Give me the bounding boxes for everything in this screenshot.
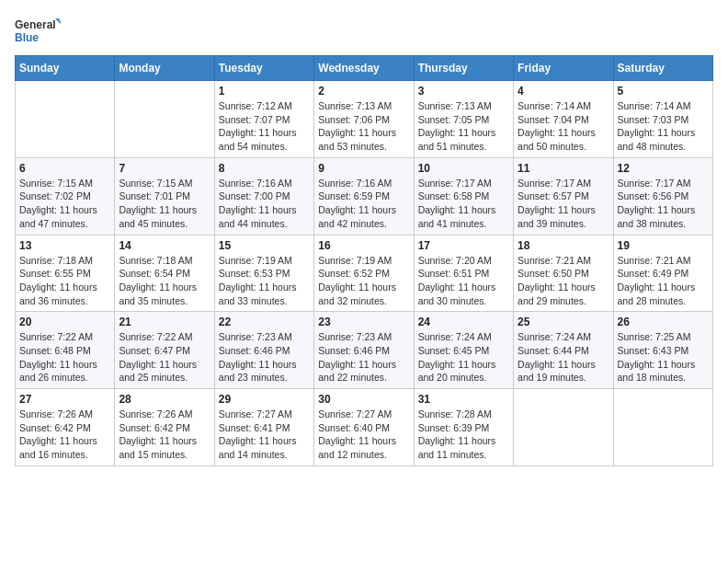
calendar-cell: 26Sunrise: 7:25 AM Sunset: 6:43 PM Dayli… — [613, 312, 712, 389]
day-number: 20 — [19, 316, 110, 328]
calendar-cell — [514, 389, 613, 466]
page-header: General Blue — [15, 15, 713, 48]
day-number: 19 — [618, 239, 709, 252]
calendar-cell — [613, 389, 712, 466]
calendar-cell: 27Sunrise: 7:26 AM Sunset: 6:42 PM Dayli… — [16, 389, 115, 466]
calendar-cell: 21Sunrise: 7:22 AM Sunset: 6:47 PM Dayli… — [115, 312, 214, 389]
day-number: 10 — [418, 162, 509, 175]
day-number: 16 — [318, 239, 409, 252]
calendar-week-row: 13Sunrise: 7:18 AM Sunset: 6:55 PM Dayli… — [16, 235, 713, 312]
calendar-cell: 24Sunrise: 7:24 AM Sunset: 6:45 PM Dayli… — [414, 312, 513, 389]
day-info: Sunrise: 7:14 AM Sunset: 7:04 PM Dayligh… — [518, 99, 609, 154]
weekday-header: Tuesday — [214, 56, 313, 81]
calendar-week-row: 27Sunrise: 7:26 AM Sunset: 6:42 PM Dayli… — [16, 389, 713, 466]
calendar-body: 1Sunrise: 7:12 AM Sunset: 7:07 PM Daylig… — [16, 81, 713, 466]
day-info: Sunrise: 7:16 AM Sunset: 7:00 PM Dayligh… — [219, 177, 310, 231]
calendar-cell: 5Sunrise: 7:14 AM Sunset: 7:03 PM Daylig… — [613, 81, 712, 158]
day-info: Sunrise: 7:17 AM Sunset: 6:56 PM Dayligh… — [618, 177, 709, 231]
calendar-cell: 14Sunrise: 7:18 AM Sunset: 6:54 PM Dayli… — [115, 235, 214, 312]
day-info: Sunrise: 7:23 AM Sunset: 6:46 PM Dayligh… — [318, 330, 409, 385]
day-info: Sunrise: 7:16 AM Sunset: 6:59 PM Dayligh… — [318, 177, 409, 231]
calendar-cell: 25Sunrise: 7:24 AM Sunset: 6:44 PM Dayli… — [514, 312, 613, 389]
day-info: Sunrise: 7:22 AM Sunset: 6:47 PM Dayligh… — [119, 330, 210, 385]
day-info: Sunrise: 7:18 AM Sunset: 6:55 PM Dayligh… — [19, 254, 110, 308]
day-number: 9 — [318, 162, 409, 175]
day-number: 13 — [19, 239, 110, 252]
weekday-header: Sunday — [16, 56, 115, 81]
day-number: 18 — [518, 239, 609, 252]
calendar-cell: 10Sunrise: 7:17 AM Sunset: 6:58 PM Dayli… — [414, 157, 513, 235]
calendar-cell: 4Sunrise: 7:14 AM Sunset: 7:04 PM Daylig… — [514, 81, 613, 158]
calendar-cell: 18Sunrise: 7:21 AM Sunset: 6:50 PM Dayli… — [514, 235, 613, 312]
day-info: Sunrise: 7:21 AM Sunset: 6:50 PM Dayligh… — [518, 254, 609, 308]
weekday-header: Thursday — [414, 56, 513, 81]
day-number: 22 — [219, 316, 310, 328]
day-number: 28 — [119, 393, 210, 406]
day-info: Sunrise: 7:23 AM Sunset: 6:46 PM Dayligh… — [219, 330, 310, 385]
day-number: 8 — [219, 162, 310, 175]
calendar-cell: 6Sunrise: 7:15 AM Sunset: 7:02 PM Daylig… — [16, 157, 115, 235]
day-info: Sunrise: 7:24 AM Sunset: 6:45 PM Dayligh… — [418, 330, 509, 385]
day-info: Sunrise: 7:17 AM Sunset: 6:57 PM Dayligh… — [518, 177, 609, 231]
day-info: Sunrise: 7:19 AM Sunset: 6:53 PM Dayligh… — [219, 254, 310, 308]
calendar-week-row: 1Sunrise: 7:12 AM Sunset: 7:07 PM Daylig… — [16, 81, 713, 158]
calendar-cell: 12Sunrise: 7:17 AM Sunset: 6:56 PM Dayli… — [613, 157, 712, 235]
day-number: 7 — [119, 162, 210, 175]
calendar-cell: 9Sunrise: 7:16 AM Sunset: 6:59 PM Daylig… — [314, 157, 414, 235]
calendar-cell: 16Sunrise: 7:19 AM Sunset: 6:52 PM Dayli… — [314, 235, 414, 312]
day-number: 17 — [418, 239, 509, 252]
logo: General Blue — [15, 15, 61, 48]
day-number: 31 — [418, 393, 509, 406]
calendar-cell: 23Sunrise: 7:23 AM Sunset: 6:46 PM Dayli… — [314, 312, 414, 389]
calendar-cell: 28Sunrise: 7:26 AM Sunset: 6:42 PM Dayli… — [115, 389, 214, 466]
day-info: Sunrise: 7:14 AM Sunset: 7:03 PM Dayligh… — [618, 99, 709, 154]
day-number: 27 — [19, 393, 110, 406]
calendar-cell — [115, 81, 214, 158]
day-number: 30 — [318, 393, 409, 406]
calendar-cell: 13Sunrise: 7:18 AM Sunset: 6:55 PM Dayli… — [16, 235, 115, 312]
day-info: Sunrise: 7:25 AM Sunset: 6:43 PM Dayligh… — [618, 330, 709, 385]
day-info: Sunrise: 7:19 AM Sunset: 6:52 PM Dayligh… — [318, 254, 409, 308]
calendar-cell: 2Sunrise: 7:13 AM Sunset: 7:06 PM Daylig… — [314, 81, 414, 158]
calendar-cell: 8Sunrise: 7:16 AM Sunset: 7:00 PM Daylig… — [214, 157, 313, 235]
day-info: Sunrise: 7:24 AM Sunset: 6:44 PM Dayligh… — [518, 330, 609, 385]
day-info: Sunrise: 7:13 AM Sunset: 7:05 PM Dayligh… — [418, 99, 509, 154]
day-info: Sunrise: 7:15 AM Sunset: 7:01 PM Dayligh… — [119, 177, 210, 231]
calendar-cell — [16, 81, 115, 158]
day-number: 2 — [318, 85, 409, 98]
day-number: 11 — [518, 162, 609, 175]
day-number: 14 — [119, 239, 210, 252]
day-number: 12 — [618, 162, 709, 175]
calendar-cell: 17Sunrise: 7:20 AM Sunset: 6:51 PM Dayli… — [414, 235, 513, 312]
weekday-header: Wednesday — [314, 56, 414, 81]
day-info: Sunrise: 7:17 AM Sunset: 6:58 PM Dayligh… — [418, 177, 509, 231]
calendar-cell: 20Sunrise: 7:22 AM Sunset: 6:48 PM Dayli… — [16, 312, 115, 389]
calendar-cell: 19Sunrise: 7:21 AM Sunset: 6:49 PM Dayli… — [613, 235, 712, 312]
day-number: 29 — [219, 393, 310, 406]
calendar-cell: 29Sunrise: 7:27 AM Sunset: 6:41 PM Dayli… — [214, 389, 313, 466]
calendar-week-row: 6Sunrise: 7:15 AM Sunset: 7:02 PM Daylig… — [16, 157, 713, 235]
calendar-cell: 15Sunrise: 7:19 AM Sunset: 6:53 PM Dayli… — [214, 235, 313, 312]
calendar-cell: 11Sunrise: 7:17 AM Sunset: 6:57 PM Dayli… — [514, 157, 613, 235]
day-info: Sunrise: 7:27 AM Sunset: 6:40 PM Dayligh… — [318, 408, 409, 462]
day-info: Sunrise: 7:21 AM Sunset: 6:49 PM Dayligh… — [618, 254, 709, 308]
day-info: Sunrise: 7:12 AM Sunset: 7:07 PM Dayligh… — [219, 99, 310, 154]
day-info: Sunrise: 7:18 AM Sunset: 6:54 PM Dayligh… — [119, 254, 210, 308]
day-number: 3 — [418, 85, 509, 98]
day-info: Sunrise: 7:26 AM Sunset: 6:42 PM Dayligh… — [119, 408, 210, 462]
calendar-week-row: 20Sunrise: 7:22 AM Sunset: 6:48 PM Dayli… — [16, 312, 713, 389]
day-info: Sunrise: 7:28 AM Sunset: 6:39 PM Dayligh… — [418, 408, 509, 462]
calendar-cell: 3Sunrise: 7:13 AM Sunset: 7:05 PM Daylig… — [414, 81, 513, 158]
day-number: 15 — [219, 239, 310, 252]
day-number: 25 — [518, 316, 609, 328]
weekday-header: Monday — [115, 56, 214, 81]
svg-marker-2 — [55, 18, 61, 26]
day-info: Sunrise: 7:13 AM Sunset: 7:06 PM Dayligh… — [318, 99, 409, 154]
day-number: 21 — [119, 316, 210, 328]
day-number: 4 — [518, 85, 609, 98]
weekday-row: SundayMondayTuesdayWednesdayThursdayFrid… — [16, 56, 713, 81]
calendar-cell: 22Sunrise: 7:23 AM Sunset: 6:46 PM Dayli… — [214, 312, 313, 389]
calendar-cell: 1Sunrise: 7:12 AM Sunset: 7:07 PM Daylig… — [214, 81, 313, 158]
calendar-cell: 31Sunrise: 7:28 AM Sunset: 6:39 PM Dayli… — [414, 389, 513, 466]
day-number: 6 — [19, 162, 110, 175]
